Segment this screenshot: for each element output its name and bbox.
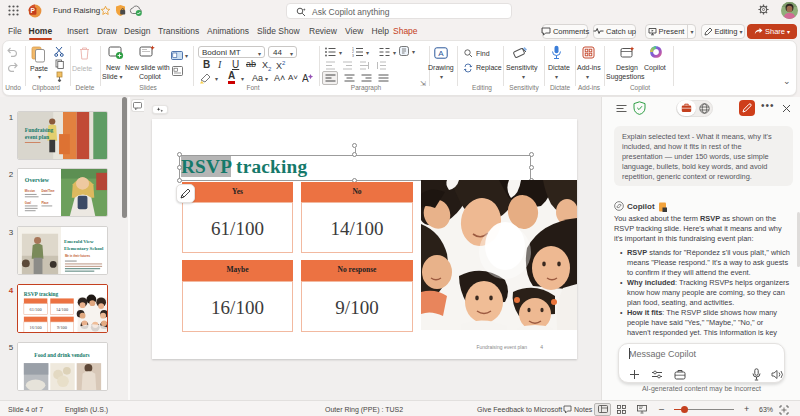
svg-text:Overview: Overview: [25, 177, 50, 183]
svg-text:Date/Time: Date/Time: [41, 189, 54, 193]
svg-text:Me in their futures: Me in their futures: [65, 254, 91, 258]
svg-text:RSVP tracking: RSVP tracking: [24, 291, 59, 297]
svg-text:14/100: 14/100: [56, 307, 68, 312]
svg-text:Fundraising: Fundraising: [25, 127, 54, 133]
svg-text:9/100: 9/100: [57, 325, 67, 330]
svg-text:Place: Place: [41, 201, 49, 205]
svg-text:A: A: [302, 73, 309, 84]
svg-text:P: P: [31, 7, 36, 14]
svg-text:Emerald View: Emerald View: [64, 239, 94, 244]
svg-text:61/100: 61/100: [30, 307, 42, 312]
svg-text:event plan: event plan: [25, 134, 49, 140]
svg-text:Food and drink vendors: Food and drink vendors: [34, 352, 89, 358]
svg-text:16/100: 16/100: [30, 325, 42, 330]
svg-text:A: A: [438, 49, 444, 58]
svg-text:Mission: Mission: [25, 189, 36, 193]
svg-text:Goal: Goal: [25, 201, 31, 205]
svg-text:3: 3: [352, 54, 354, 57]
svg-text:Elementary School: Elementary School: [64, 246, 104, 251]
